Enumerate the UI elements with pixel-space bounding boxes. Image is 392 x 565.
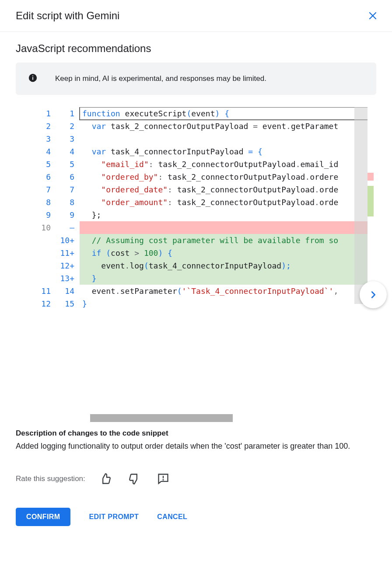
overview-mark-removed: [368, 173, 374, 181]
thumbs-up-button[interactable]: [97, 470, 114, 488]
line-number-old: 6: [32, 171, 56, 183]
line-number-new: 12+: [56, 259, 80, 272]
info-banner: Keep in mind, AI is experimental, and re…: [16, 63, 376, 95]
edit-prompt-button[interactable]: EDIT PROMPT: [89, 513, 139, 521]
code-cell[interactable]: }: [80, 272, 376, 285]
code-cell[interactable]: };: [80, 209, 376, 221]
diff-row: 66 "ordered_by": task_2_connectorOutputP…: [32, 171, 376, 183]
diff-row: 88 "order_amount": task_2_connectorOutpu…: [32, 196, 376, 209]
code-cell[interactable]: "email_id": task_2_connectorOutputPayloa…: [80, 158, 376, 171]
line-number-old: 2: [32, 120, 56, 133]
code-cell[interactable]: event.setParameter('`Task_4_connectorInp…: [80, 285, 376, 297]
cancel-button[interactable]: CANCEL: [157, 513, 187, 521]
code-cell[interactable]: if (cost > 100) {: [80, 247, 376, 259]
horizontal-scrollbar-thumb[interactable]: [90, 414, 233, 422]
chevron-right-icon: [368, 290, 378, 300]
thumbs-down-icon: [128, 473, 140, 485]
code-cell[interactable]: "ordered_by": task_2_connectorOutputPayl…: [80, 171, 376, 183]
code-cell[interactable]: function executeScript(event) {: [80, 107, 376, 120]
line-number-old: 11: [32, 285, 56, 297]
description-body: Added logging functionality to output or…: [16, 440, 370, 453]
diff-row: 44 var task_4_connectorInputPayload = {: [32, 145, 376, 158]
code-cell[interactable]: var task_4_connectorInputPayload = {: [80, 145, 376, 158]
code-cell[interactable]: "order_amount": task_2_connectorOutputPa…: [80, 196, 376, 209]
line-number-new: 13+: [56, 272, 80, 285]
code-cell[interactable]: var task_2_connectorOutputPayload = even…: [80, 120, 376, 133]
close-icon: [368, 10, 378, 21]
line-number-new: 15: [56, 297, 80, 310]
diff-row: 22 var task_2_connectorOutputPayload = e…: [32, 120, 376, 133]
line-number-old: 7: [32, 183, 56, 196]
diff-row: 11+ if (cost > 100) {: [32, 247, 376, 259]
diff-area: 11function executeScript(event) {22 var …: [32, 107, 376, 422]
dialog-header: Edit script with Gemini: [0, 0, 392, 32]
line-number-new: 6: [56, 171, 80, 183]
info-banner-text: Keep in mind, AI is experimental, and re…: [55, 74, 266, 83]
line-number-new: 5: [56, 158, 80, 171]
diff-row: 12+ event.log(task_4_connectorInputPaylo…: [32, 259, 376, 272]
line-number-old: 10: [32, 221, 56, 234]
overview-mark-added: [368, 186, 374, 216]
line-number-old: 5: [32, 158, 56, 171]
confirm-button[interactable]: CONFIRM: [16, 508, 70, 526]
code-cell[interactable]: // Assuming cost parameter will be avail…: [80, 234, 376, 247]
line-number-old: [32, 272, 56, 285]
line-number-old: 9: [32, 209, 56, 221]
line-number-new: —: [56, 221, 80, 234]
dialog-title: Edit script with Gemini: [16, 10, 119, 22]
diff-viewer[interactable]: 11function executeScript(event) {22 var …: [32, 107, 376, 422]
line-number-new: 3: [56, 133, 80, 145]
dialog-actions: CONFIRM EDIT PROMPT CANCEL: [16, 508, 376, 526]
line-number-new: 11+: [56, 247, 80, 259]
section-title: JavaScript recommendations: [16, 42, 376, 55]
thumbs-down-button[interactable]: [126, 470, 143, 488]
rate-row: Rate this suggestion:: [16, 470, 376, 488]
diff-row: 1114 event.setParameter('`Task_4_connect…: [32, 285, 376, 297]
diff-row: 10+ // Assuming cost parameter will be a…: [32, 234, 376, 247]
overview-ruler[interactable]: [368, 107, 376, 422]
line-number-new: 1: [56, 107, 80, 120]
code-cell[interactable]: event.log(task_4_connectorInputPayload);: [80, 259, 376, 272]
svg-rect-3: [32, 77, 33, 80]
diff-row: 13+ }: [32, 272, 376, 285]
line-number-new: 8: [56, 196, 80, 209]
rate-label: Rate this suggestion:: [16, 474, 85, 483]
code-cell[interactable]: [80, 133, 376, 145]
line-number-new: 9: [56, 209, 80, 221]
code-cell[interactable]: [80, 221, 376, 234]
line-number-old: 1: [32, 107, 56, 120]
line-number-new: 14: [56, 285, 80, 297]
line-number-new: 7: [56, 183, 80, 196]
diff-row: 10—: [32, 221, 376, 234]
report-issue-icon: [157, 473, 169, 485]
line-number-old: [32, 259, 56, 272]
diff-row: 55 "email_id": task_2_connectorOutputPay…: [32, 158, 376, 171]
line-number-old: [32, 247, 56, 259]
line-number-new: 10+: [56, 234, 80, 247]
svg-point-6: [163, 480, 163, 480]
line-number-new: 4: [56, 145, 80, 158]
line-number-old: 8: [32, 196, 56, 209]
line-number-old: 3: [32, 133, 56, 145]
report-issue-button[interactable]: [154, 470, 172, 488]
diff-row: 1215}: [32, 297, 376, 310]
code-cell[interactable]: }: [80, 297, 376, 310]
line-number-old: 4: [32, 145, 56, 158]
horizontal-scrollbar-track[interactable]: [82, 414, 368, 422]
diff-row: 11function executeScript(event) {: [32, 107, 376, 120]
code-cell[interactable]: "ordered_date": task_2_connectorOutputPa…: [80, 183, 376, 196]
close-button[interactable]: [364, 7, 382, 24]
info-icon: [28, 73, 38, 84]
next-change-button[interactable]: [360, 281, 387, 308]
line-number-old: 12: [32, 297, 56, 310]
diff-row: 99 };: [32, 209, 376, 221]
description-title: Description of changes to the code snipp…: [16, 429, 376, 438]
vertical-scroll-gutter[interactable]: [354, 107, 368, 304]
svg-rect-4: [32, 76, 33, 77]
diff-row: 77 "ordered_date": task_2_connectorOutpu…: [32, 183, 376, 196]
thumbs-up-icon: [99, 473, 112, 485]
line-number-old: [32, 234, 56, 247]
diff-row: 33: [32, 133, 376, 145]
line-number-new: 2: [56, 120, 80, 133]
